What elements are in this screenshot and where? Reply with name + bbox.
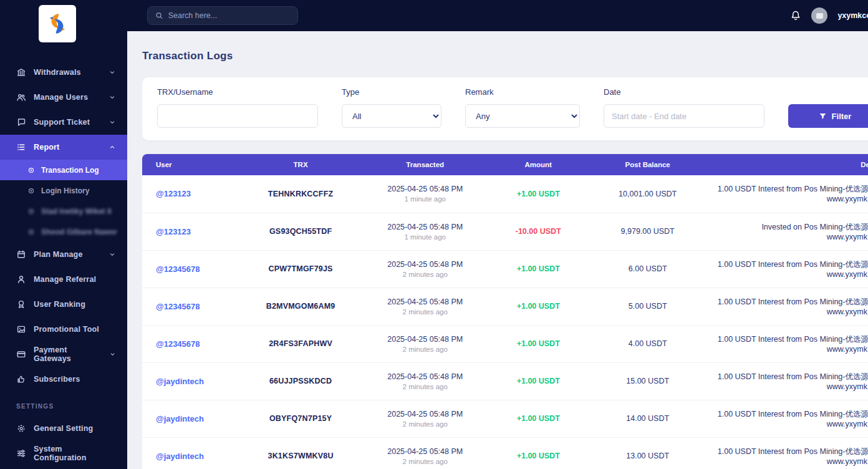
report-list-icon (16, 142, 26, 152)
date-range-input[interactable] (604, 104, 764, 128)
trx-cell: OBYFQ7N7P15Y (240, 400, 361, 437)
sidebar-subitem-transaction-log[interactable]: Transaction Log (0, 160, 127, 180)
amount-cell: -10.00 USDT (489, 213, 587, 250)
sidebar-item-plan-manage[interactable]: Plan Manage (0, 242, 127, 267)
trx-cell: TEHNKRKCCFFZ (240, 175, 361, 213)
trx-cell: 2R4FS3FAPHWV (240, 325, 361, 362)
user-link[interactable]: @123123 (156, 189, 191, 198)
type-select[interactable]: All (342, 104, 441, 128)
bell-icon[interactable] (790, 10, 801, 21)
transacted-relative: 2 minutes ago (367, 271, 483, 278)
balance-cell: 14.00 USDT (587, 400, 708, 437)
table-header-row: User TRX Transacted Amount Post Balance … (142, 154, 868, 175)
sidebar-subitem-login-history[interactable]: Login History (0, 180, 127, 201)
amount-cell: +1.00 USDT (489, 362, 587, 400)
transacted-cell: 2025-04-25 05:48 PM1 minute ago (361, 175, 489, 213)
sidebar-item-label: Promotional Tool (34, 325, 99, 334)
medal-icon (16, 299, 26, 309)
table-row: @12345678 CPW7TMGF79JS 2025-04-25 05:48 … (142, 250, 868, 288)
col-header-user: User (142, 154, 240, 175)
details-cell: 1.00 USDT Interest from Pos Mining-优选源码库… (708, 250, 868, 288)
image-icon (16, 324, 26, 334)
table-row: @12345678 2R4FS3FAPHWV 2025-04-25 05:48 … (142, 325, 868, 362)
sidebar-item-system-configuration[interactable]: System Configuration (0, 441, 127, 466)
balance-cell: 4.00 USDT (587, 325, 708, 362)
balance-cell: 10,001.00 USDT (587, 175, 708, 213)
content-area: Transaction Logs TRX/Username Type All R… (127, 31, 868, 469)
thumbs-up-icon (16, 374, 26, 384)
trx-cell: B2MVMGOM6AM9 (240, 288, 361, 325)
sidebar-item-payment-gateways[interactable]: Payment Gateways (0, 342, 127, 367)
topbar: yxymkcom (127, 0, 868, 31)
transacted-cell: 2025-04-25 05:48 PM2 minutes ago (361, 288, 489, 325)
details-cell: 1.00 USDT Interest from Pos Mining-优选源码库… (708, 362, 868, 400)
remark-select[interactable]: Any (465, 104, 580, 128)
sidebar-subitem-blurred-1[interactable]: Stad Inetiky Wiket II (0, 201, 127, 221)
user-avatar[interactable] (811, 7, 827, 24)
amount-cell: +1.00 USDT (489, 288, 587, 325)
col-header-trx: TRX (240, 154, 361, 175)
details-cell: 1.00 USDT Interest from Pos Mining-优选源码库… (708, 175, 868, 213)
chat-icon (16, 117, 26, 127)
sidebar-item-manage-users[interactable]: Manage Users (0, 85, 127, 110)
user-link[interactable]: @12345678 (156, 264, 200, 274)
trx-username-label: TRX/Username (157, 87, 318, 97)
sidebar-item-label: Manage Users (34, 93, 88, 102)
balance-cell: 5.00 USDT (587, 288, 708, 325)
sidebar-item-label: General Setting (34, 424, 93, 433)
transacted-cell: 2025-04-25 05:48 PM2 minutes ago (361, 400, 489, 437)
transacted-relative: 2 minutes ago (367, 458, 483, 465)
sidebar-item-report[interactable]: Report (0, 135, 127, 160)
user-cell: @jaydintech (142, 400, 240, 437)
user-link[interactable]: @12345678 (156, 302, 200, 311)
user-link[interactable]: @12345678 (156, 339, 200, 349)
sidebar-item-label: Manage Referral (34, 275, 96, 284)
calendar-icon (16, 249, 26, 259)
sidebar-item-manage-referral[interactable]: Manage Referral (0, 267, 127, 292)
global-search[interactable] (147, 6, 298, 25)
trx-username-input[interactable] (157, 104, 318, 128)
trx-cell: 3K1KS7WMKV8U (240, 437, 361, 469)
sidebar-item-subscribers[interactable]: Subscribers (0, 367, 127, 392)
sidebar-subitem-label: Stad Inetiky Wiket II (41, 207, 112, 216)
amount-value: +1.00 USDT (517, 190, 560, 198)
remark-label: Remark (465, 87, 580, 97)
sidebar-item-general-setting[interactable]: General Setting (0, 416, 127, 441)
user-link[interactable]: @jaydintech (156, 377, 204, 386)
user-link[interactable]: @123123 (156, 227, 191, 236)
page-title: Transaction Logs (142, 50, 868, 62)
amount-cell: +1.00 USDT (489, 437, 587, 469)
sidebar-item-support-ticket[interactable]: Support Ticket (0, 110, 127, 135)
user-cell: @123123 (142, 175, 240, 213)
user-link[interactable]: @jaydintech (156, 414, 204, 423)
amount-value: +1.00 USDT (517, 414, 560, 423)
trx-cell: 66UJJPSSKDCD (240, 362, 361, 400)
transacted-relative: 1 minute ago (367, 195, 483, 203)
dot-circle-icon (27, 167, 35, 174)
sidebar-item-label: Subscribers (34, 375, 80, 384)
transacted-cell: 2025-04-25 05:48 PM1 minute ago (361, 213, 489, 250)
amount-cell: +1.00 USDT (489, 400, 587, 437)
trx-cell: CPW7TMGF79JS (240, 250, 361, 288)
transacted-relative: 2 minutes ago (367, 308, 483, 316)
sidebar-item-user-ranking[interactable]: User Ranking (0, 292, 127, 317)
filter-button[interactable]: Filter (788, 104, 868, 128)
sidebar-item-promotional-tool[interactable]: Promotional Tool (0, 317, 127, 342)
sidebar-item-withdrawals[interactable]: Withdrawals (0, 60, 127, 85)
date-field: Date (604, 87, 764, 128)
col-header-amount: Amount (489, 154, 587, 175)
remark-field: Remark Any (465, 87, 580, 128)
table-row: @12345678 B2MVMGOM6AM9 2025-04-25 05:48 … (142, 288, 868, 325)
user-cell: @12345678 (142, 325, 240, 362)
search-input[interactable] (168, 11, 290, 20)
sidebar-subitem-blurred-2[interactable]: Shood Gilbare Nawor (0, 221, 127, 242)
gear-icon (16, 423, 26, 433)
sliders-icon (16, 448, 26, 458)
app-logo[interactable] (39, 5, 76, 42)
person-icon (16, 274, 26, 284)
details-cell: 1.00 USDT Interest from Pos Mining-优选源码库… (708, 400, 868, 437)
username-label[interactable]: yxymkcom (837, 11, 868, 20)
filter-panel: TRX/Username Type All Remark Any Date (142, 77, 868, 140)
transacted-cell: 2025-04-25 05:48 PM2 minutes ago (361, 250, 489, 288)
user-link[interactable]: @jaydintech (156, 452, 204, 461)
